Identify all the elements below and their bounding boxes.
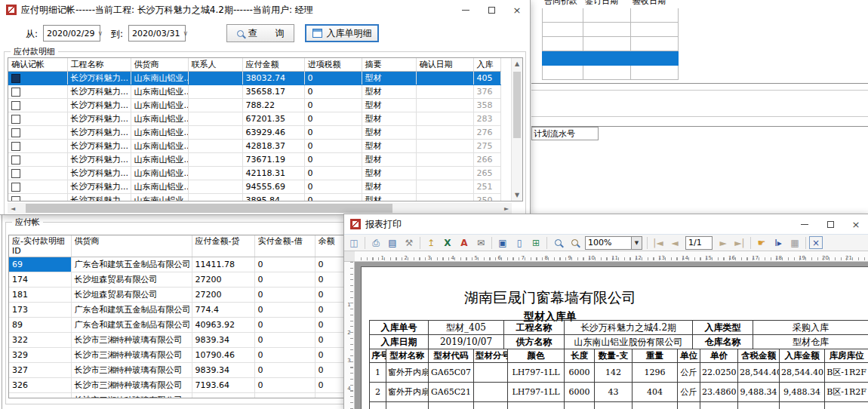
vertical-scrollbar[interactable]: ▲ ▼ [511,58,522,201]
table-row-selected[interactable]: 长沙万科魅力...山东南山铝业...38032.740型材405 [8,72,500,85]
confirm-checkbox[interactable] [11,88,20,97]
cell-amount[interactable]: 94555.69 [242,180,304,194]
col-confirm[interactable]: 确认记帐 [8,58,67,72]
confirm-checkbox[interactable] [11,196,20,201]
cell-date[interactable] [416,72,473,85]
col-contact[interactable]: 联系人 [188,58,242,72]
cell-project[interactable]: 长沙万科魅力... [67,85,131,99]
col-confirm-date[interactable]: 确认日期 [416,58,473,72]
table-row-selected[interactable]: 69广东合和建筑五金制品有限公司11411.7800 [9,257,344,272]
cell-contact[interactable] [188,180,242,194]
table-row[interactable]: 长沙万科魅力...山东南山铝业...94555.690型材251 [8,180,500,194]
cell-contact[interactable] [188,167,242,180]
cell-project[interactable]: 长沙万科魅力... [67,194,131,202]
cell-debit[interactable]: 0 [254,303,315,318]
cell-contact[interactable] [188,112,242,126]
col-inv[interactable]: 入库 [473,58,500,72]
cell-summary[interactable]: 型材 [362,180,416,194]
cell-credit[interactable]: 9839.34 [192,333,254,348]
cell-date[interactable] [416,153,473,167]
cell-credit[interactable]: 27200 [192,288,254,303]
cell-confirm[interactable] [8,126,67,140]
pan-hand-icon[interactable]: ☛ [754,235,769,250]
cell-balance[interactable]: 0 [315,303,344,318]
cell-confirm[interactable] [8,194,67,202]
cell-inv[interactable]: 265 [473,167,500,180]
prev-page-icon[interactable]: ◄ [667,235,682,250]
cell-summary[interactable]: 型材 [362,194,416,202]
table-row[interactable]: 181长沙坦森贸易有限公司2720000 [9,288,344,303]
from-date-picker[interactable]: 2020/02/29 ∨ [43,25,100,42]
scrollbar-thumb[interactable] [26,204,392,213]
print-icon[interactable]: ⎙ [368,235,383,250]
cell-inv[interactable]: 405 [473,72,500,85]
cell-inv[interactable]: 276 [473,126,500,140]
cell-supplier[interactable]: 长沙市三湘特种玻璃有限公司 [71,393,192,398]
col-supplier[interactable]: 供货商 [71,235,192,257]
cell-debit[interactable]: 0 [254,363,315,378]
cell-date[interactable] [416,194,473,202]
cell-tax[interactable]: 0 [304,180,362,194]
cell-balance[interactable] [315,393,344,398]
export-mail-icon[interactable]: ✉ [473,235,488,250]
table-row[interactable]: 173广东合和建筑五金制品有限公司774.400 [9,303,344,318]
cell-amount[interactable]: 35658.17 [242,85,304,99]
table-row[interactable]: 326长沙市三湘特种玻璃有限公司7193.6400 [9,378,344,393]
group-tree-toggle-icon[interactable]: ◫ [346,235,362,250]
cell-inv[interactable]: 376 [473,85,500,99]
cell-confirm[interactable] [8,72,67,85]
cell-credit[interactable]: 7193.64 [192,378,254,393]
cell-tax[interactable]: 0 [304,112,362,126]
cell-amount[interactable]: 73671.19 [242,153,304,167]
cell-tax[interactable]: 0 [304,126,362,140]
cell-supplier[interactable]: 长沙市三湘特种玻璃有限公司 [71,363,192,378]
copy-page-icon[interactable]: ▦ [787,235,802,250]
col-detail-id[interactable]: 应-实付款明细ID [9,235,71,257]
table-row[interactable] [543,66,679,80]
confirm-checkbox[interactable] [11,115,20,124]
cell-summary[interactable]: 型材 [362,126,416,140]
table-row[interactable]: 长沙万科魅力...山东南山铝业...3895.840型材250 [8,194,500,202]
cell-supplier[interactable]: 长沙市三湘特种玻璃有限公司 [71,333,192,348]
cell-debit[interactable]: 0 [254,348,315,363]
col-supplier[interactable]: 供货商 [131,58,188,72]
window-maximize-button[interactable] [479,0,504,20]
save-report-icon[interactable]: ▣ [495,235,510,250]
text-select-icon[interactable]: I▸ [771,235,786,250]
cell-supplier[interactable]: 广东合和建筑五金制品有限公司 [71,303,192,318]
table-row[interactable]: 174长沙坦森贸易有限公司2720000 [9,272,344,288]
book-preview-icon[interactable]: ▤ [385,235,400,250]
chevron-down-icon[interactable]: ∨ [180,29,191,37]
page-number-field[interactable]: 1/1 [685,236,713,250]
inbound-detail-button[interactable]: 入库单明细 [305,24,379,42]
cell-credit[interactable]: 40963.92 [192,318,254,333]
cell-summary[interactable]: 型材 [362,167,416,180]
cell-summary[interactable]: 型材 [362,85,416,99]
col-debit[interactable]: 实付金额-借 [254,235,315,257]
cell-contact[interactable] [188,140,242,153]
confirm-checkbox[interactable] [11,142,20,151]
cell-supplier[interactable]: 长沙坦森贸易有限公司 [71,288,192,303]
cell-supplier[interactable]: 山东南山铝业... [131,167,188,180]
cell-balance[interactable]: 0 [315,333,344,348]
cell-supplier[interactable]: 山东南山铝业... [131,153,188,167]
cell-project[interactable]: 长沙万科魅力... [67,72,131,85]
table-row[interactable]: 长沙万科魅力...山东南山铝业...63929.460型材276 [8,126,500,140]
export-pdf-icon[interactable]: A [457,235,472,250]
table-row[interactable] [543,23,679,37]
table-row[interactable]: 长沙万科魅力...山东南山铝业...42818.370型材275 [8,140,500,153]
last-page-icon[interactable]: ►| [732,235,747,250]
cell-id[interactable]: 174 [9,272,71,288]
cell-summary[interactable]: 型材 [362,140,416,153]
cell-contact[interactable] [188,99,242,112]
cell-date[interactable] [416,112,473,126]
cell-summary[interactable]: 型材 [362,153,416,167]
cell-confirm[interactable] [8,85,67,99]
export-grid-icon[interactable]: ⊞ [528,235,543,250]
table-row[interactable]: 长沙万科魅力...山东南山铝业...73671.190型材266 [8,153,500,167]
cell-tax[interactable]: 0 [304,140,362,153]
window-minimize-button[interactable] [453,0,479,20]
cell-supplier[interactable]: 山东南山铝业... [131,180,188,194]
cell-supplier[interactable]: 山东南山铝业... [131,99,188,112]
cell-id[interactable]: 181 [9,288,71,303]
